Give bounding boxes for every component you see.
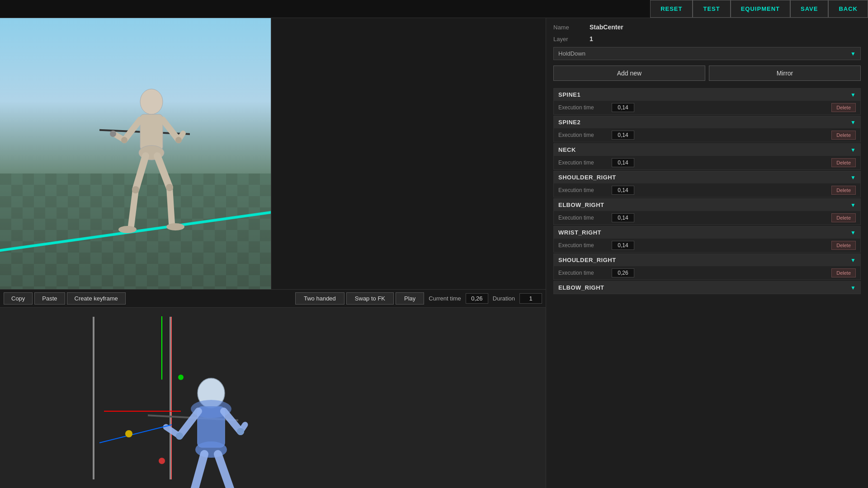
delete-btn-5[interactable]: Delete: [831, 241, 856, 250]
delete-btn-0[interactable]: Delete: [831, 103, 856, 112]
svg-line-33: [224, 411, 241, 432]
svg-line-9: [136, 156, 146, 190]
swap-to-fk-button[interactable]: Swap to FK: [346, 292, 394, 305]
layer-value: 1: [590, 35, 593, 42]
layer-field-row: Layer 1: [553, 35, 861, 42]
timeline[interactable]: [0, 307, 546, 488]
bone-header-4[interactable]: ELBOW_RIGHT ▼: [554, 199, 860, 211]
svg-line-31: [179, 411, 198, 436]
bone-execution-label-4: Execution time: [558, 215, 608, 221]
save-button[interactable]: SAVE: [790, 0, 828, 18]
bone-entry-3: SHOULDER_RIGHT ▼ Execution time 0,14 Del…: [553, 171, 861, 197]
bone-header-0[interactable]: SPINE1 ▼: [554, 89, 860, 101]
svg-point-17: [132, 186, 139, 193]
bone-execution-label-3: Execution time: [558, 187, 608, 193]
bone-arrow-3: ▼: [850, 174, 856, 181]
bone-entry-7: ELBOW_RIGHT ▼: [553, 281, 861, 294]
bone-header-3[interactable]: SHOULDER_RIGHT ▼: [554, 171, 860, 183]
svg-rect-3: [140, 114, 163, 150]
bone-time-value-2: 0,14: [612, 158, 634, 167]
bone-name-6: SHOULDER_RIGHT: [558, 257, 850, 263]
keyframe-marker-1[interactable]: [93, 317, 94, 479]
right-panel: Edit move Name StabCenter Layer 1 HoldDo…: [546, 0, 868, 488]
play-button[interactable]: Play: [396, 292, 424, 305]
bone-name-7: ELBOW_RIGHT: [558, 284, 850, 291]
bone-time-value-0: 0,14: [612, 103, 634, 112]
bone-row-5: Execution time 0,14 Delete: [554, 239, 860, 252]
bone-row-2: Execution time 0,14 Delete: [554, 156, 860, 169]
bone-arrow-5: ▼: [850, 230, 856, 236]
bone-time-value-1: 0,14: [612, 131, 634, 140]
top-toolbar: RESET TEST EQUIPMENT SAVE BACK: [0, 0, 868, 18]
copy-button[interactable]: Copy: [4, 292, 33, 305]
bone-header-6[interactable]: SHOULDER_RIGHT ▼: [554, 254, 860, 266]
hold-down-label: HoldDown: [558, 50, 850, 57]
mirror-button[interactable]: Mirror: [709, 66, 861, 81]
bone-name-3: SHOULDER_RIGHT: [558, 174, 850, 181]
svg-point-2: [140, 89, 163, 114]
svg-line-36: [193, 454, 204, 488]
bone-arrow-2: ▼: [850, 147, 856, 153]
character-left: [99, 86, 190, 258]
bone-name-5: WRIST_RIGHT: [558, 229, 850, 236]
add-new-button[interactable]: Add new: [553, 66, 705, 81]
bone-entry-2: NECK ▼ Execution time 0,14 Delete: [553, 143, 861, 170]
bone-arrow-1: ▼: [850, 119, 856, 126]
two-handed-button[interactable]: Two handed: [295, 292, 344, 305]
bone-time-value-6: 0,26: [612, 268, 634, 277]
bone-entry-1: SPINE2 ▼ Execution time 0,14 Delete: [553, 116, 861, 142]
hold-down-dropdown[interactable]: HoldDown ▼: [553, 47, 861, 60]
bone-execution-label-2: Execution time: [558, 160, 608, 166]
bone-header-5[interactable]: WRIST_RIGHT ▼: [554, 226, 860, 239]
test-button[interactable]: TEST: [693, 0, 730, 18]
back-button[interactable]: BACK: [828, 0, 868, 18]
bone-header-7[interactable]: ELBOW_RIGHT ▼: [554, 282, 860, 294]
right-panel-content: Name StabCenter Layer 1 HoldDown ▼ Add n…: [546, 18, 868, 300]
bone-execution-label-1: Execution time: [558, 132, 608, 138]
bone-name-4: ELBOW_RIGHT: [558, 202, 850, 208]
bone-row-1: Execution time 0,14 Delete: [554, 128, 860, 142]
equipment-button[interactable]: EQUIPMENT: [731, 0, 790, 18]
bone-row-6: Execution time 0,26 Delete: [554, 266, 860, 280]
bone-name-1: SPINE2: [558, 119, 850, 126]
bone-execution-label-6: Execution time: [558, 270, 608, 276]
bone-arrow-7: ▼: [850, 285, 856, 291]
svg-line-12: [157, 156, 170, 188]
reset-button[interactable]: RESET: [650, 0, 693, 18]
svg-line-10: [131, 190, 136, 226]
svg-point-11: [118, 226, 137, 233]
svg-line-6: [163, 120, 179, 140]
bone-time-value-3: 0,14: [612, 186, 634, 195]
bone-row-0: Execution time 0,14 Delete: [554, 101, 860, 114]
delete-btn-2[interactable]: Delete: [831, 158, 856, 167]
bone-time-value-5: 0,14: [612, 241, 634, 250]
svg-point-18: [166, 184, 173, 191]
name-value: StabCenter: [590, 23, 623, 31]
timeline-track: [68, 317, 537, 479]
viewport-left[interactable]: [0, 0, 271, 289]
svg-point-40: [176, 432, 183, 440]
bottom-controls: Copy Paste Create keyframe Two handed Sw…: [0, 289, 546, 307]
name-field-row: Name StabCenter: [553, 23, 861, 31]
delete-btn-6[interactable]: Delete: [831, 268, 856, 277]
svg-line-13: [170, 188, 172, 224]
svg-point-19: [110, 131, 116, 137]
paste-button[interactable]: Paste: [34, 292, 65, 305]
svg-line-38: [218, 454, 231, 488]
name-label: Name: [553, 24, 590, 31]
bone-row-3: Execution time 0,14 Delete: [554, 183, 860, 197]
delete-btn-3[interactable]: Delete: [831, 186, 856, 195]
bone-name-0: SPINE1: [558, 91, 850, 98]
hold-down-arrow-icon: ▼: [850, 51, 856, 57]
current-time-label: Current time: [426, 295, 464, 302]
bone-header-2[interactable]: NECK ▼: [554, 144, 860, 156]
svg-point-16: [175, 137, 182, 143]
bone-header-1[interactable]: SPINE2 ▼: [554, 116, 860, 128]
svg-line-4: [124, 120, 140, 140]
bone-execution-label-0: Execution time: [558, 104, 608, 111]
character-right: [148, 373, 256, 488]
delete-btn-4[interactable]: Delete: [831, 213, 856, 222]
svg-point-41: [237, 428, 244, 435]
delete-btn-1[interactable]: Delete: [831, 131, 856, 140]
create-keyframe-button[interactable]: Create keyframe: [67, 292, 126, 305]
